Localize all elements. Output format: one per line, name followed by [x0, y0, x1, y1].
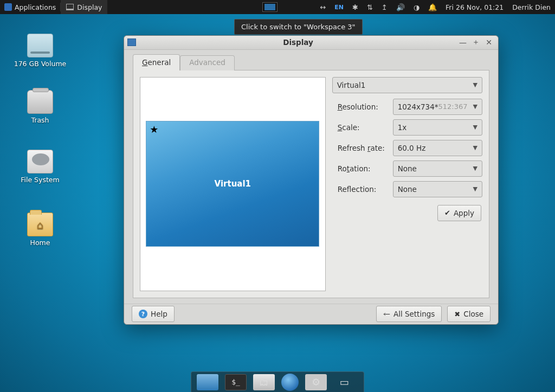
user-menu[interactable]: Derrik Dien — [508, 0, 555, 14]
desktop-icon-volume[interactable]: 176 GB Volume — [13, 34, 67, 68]
rotation-value: None — [398, 164, 417, 173]
xfce-logo-icon — [4, 3, 12, 11]
workspace-tooltip: Click to switch to "Workspace 3" — [234, 19, 363, 35]
primary-star-icon: ★ — [150, 124, 158, 135]
chevron-down-icon: ▼ — [473, 165, 477, 172]
refresh-rate-select[interactable]: 60.0 Hz ▼ — [393, 140, 482, 156]
updown-icon[interactable]: ⇅ — [363, 0, 377, 14]
help-icon: ? — [139, 310, 147, 318]
desktop-icon-trash[interactable]: Trash — [13, 90, 67, 124]
maximize-button[interactable]: ＋ — [470, 37, 482, 48]
desktop-icon-filesystem[interactable]: File System — [10, 150, 70, 184]
all-settings-label: All Settings — [393, 310, 435, 318]
power-icon[interactable]: ◑ — [409, 0, 424, 14]
window-title: Display — [140, 38, 456, 47]
window-app-icon — [127, 38, 136, 46]
reflection-value: None — [398, 185, 417, 194]
refresh-label: Refresh rate: — [338, 144, 388, 152]
resolution-select[interactable]: 1024x734* 512:367 ▼ — [393, 99, 482, 115]
reflection-select[interactable]: None ▼ — [393, 181, 482, 197]
dialog-footer: ? Help 🡐 All Settings ✖ Close — [124, 304, 498, 324]
all-settings-button[interactable]: 🡐 All Settings — [376, 306, 442, 322]
network-icon[interactable]: ↔ — [315, 0, 330, 14]
rotation-label: Rotation: — [338, 164, 388, 173]
chevron-down-icon: ▼ — [473, 185, 477, 192]
output-selector[interactable]: Virtual1 ▼ — [332, 77, 482, 93]
workspace-thumb — [264, 4, 275, 10]
dock-web-browser[interactable] — [281, 374, 299, 391]
help-button[interactable]: ? Help — [132, 306, 175, 322]
close-label: Close — [463, 310, 483, 318]
resolution-value: 1024x734* — [398, 102, 438, 111]
applications-label: Applications — [15, 3, 56, 11]
task-title: Display — [77, 3, 102, 11]
scale-value: 1x — [398, 123, 407, 132]
tab-general[interactable]: General — [133, 54, 180, 70]
help-label: Help — [151, 310, 167, 318]
monitor-icon — [66, 4, 74, 10]
volume-icon[interactable]: 🔊 — [392, 0, 409, 14]
tab-advanced[interactable]: Advanced — [180, 55, 235, 70]
dock-settings[interactable]: ⚙ — [305, 374, 327, 390]
close-button[interactable]: ✖ Close — [447, 306, 491, 322]
applications-menu[interactable]: Applications — [0, 0, 60, 14]
rotation-select[interactable]: None ▼ — [393, 160, 482, 177]
desktop-icon-home[interactable]: Home — [13, 213, 67, 247]
top-panel: Applications Display ↔ EN ✱ ⇅ ↥ 🔊 ◑ 🔔 Fr… — [0, 0, 555, 14]
dock-terminal[interactable]: $_ — [225, 374, 247, 390]
harddisk-icon — [27, 150, 53, 173]
scale-label: Scale: — [338, 123, 388, 132]
tab-advanced-label: Advanced — [189, 58, 225, 67]
monitor-preview-label: Virtual1 — [215, 179, 251, 189]
trash-icon — [27, 90, 53, 114]
dock-file-manager[interactable]: 🗂 — [253, 374, 275, 390]
tab-bar: General Advanced — [124, 50, 498, 70]
taskbar-entry-display[interactable]: Display — [61, 0, 107, 14]
apply-label: Apply — [454, 209, 474, 217]
refresh-value: 60.0 Hz — [398, 144, 426, 152]
desktop-icon-label: Trash — [13, 116, 67, 124]
tab-content: ★ Virtual1 Virtual1 ▼ Resolution: 1024x7… — [133, 70, 489, 298]
bottom-dock: $_ 🗂 ⚙ ▭ — [191, 371, 364, 392]
upload-icon[interactable]: ↥ — [377, 0, 392, 14]
settings-column: Virtual1 ▼ Resolution: 1024x734* 512:367… — [332, 77, 482, 291]
clock[interactable]: Fri 26 Nov, 01:21 — [441, 0, 508, 14]
chevron-down-icon: ▼ — [473, 81, 477, 88]
resolution-label: Resolution: — [338, 102, 388, 111]
monitor-preview-frame: ★ Virtual1 — [140, 77, 326, 291]
close-icon: ✖ — [454, 310, 460, 318]
drive-icon — [27, 34, 53, 57]
workspace-switcher[interactable] — [262, 2, 278, 12]
scale-select[interactable]: 1x ▼ — [393, 119, 482, 136]
chevron-down-icon: ▼ — [473, 144, 477, 151]
titlebar[interactable]: Display — ＋ ✕ — [124, 36, 498, 50]
chevron-down-icon: ▼ — [473, 103, 477, 110]
reflection-label: Reflection: — [338, 185, 388, 194]
monitor-preview[interactable]: ★ Virtual1 — [146, 121, 319, 247]
keyboard-layout-indicator[interactable]: EN — [330, 0, 348, 14]
output-selector-value: Virtual1 — [337, 81, 366, 89]
display-settings-window: Display — ＋ ✕ General Advanced ★ Virtual… — [124, 35, 499, 325]
close-window-button[interactable]: ✕ — [483, 37, 495, 48]
resolution-aspect: 512:367 — [438, 102, 468, 111]
check-icon: ✔ — [444, 209, 450, 217]
notifications-icon[interactable]: 🔔 — [424, 0, 441, 14]
dock-app[interactable]: ▭ — [333, 374, 355, 390]
home-folder-icon — [27, 213, 53, 236]
back-arrow-icon: 🡐 — [383, 310, 390, 318]
desktop-icon-label: 176 GB Volume — [13, 60, 67, 68]
tab-general-label: eneral — [147, 58, 171, 67]
chevron-down-icon: ▼ — [473, 124, 477, 131]
desktop-icon-label: File System — [10, 176, 70, 184]
dock-show-desktop[interactable] — [197, 374, 218, 390]
apply-button[interactable]: ✔ Apply — [437, 205, 481, 221]
desktop-icon-label: Home — [13, 239, 67, 247]
minimize-button[interactable]: — — [457, 37, 469, 48]
bluetooth-icon[interactable]: ✱ — [348, 0, 363, 14]
